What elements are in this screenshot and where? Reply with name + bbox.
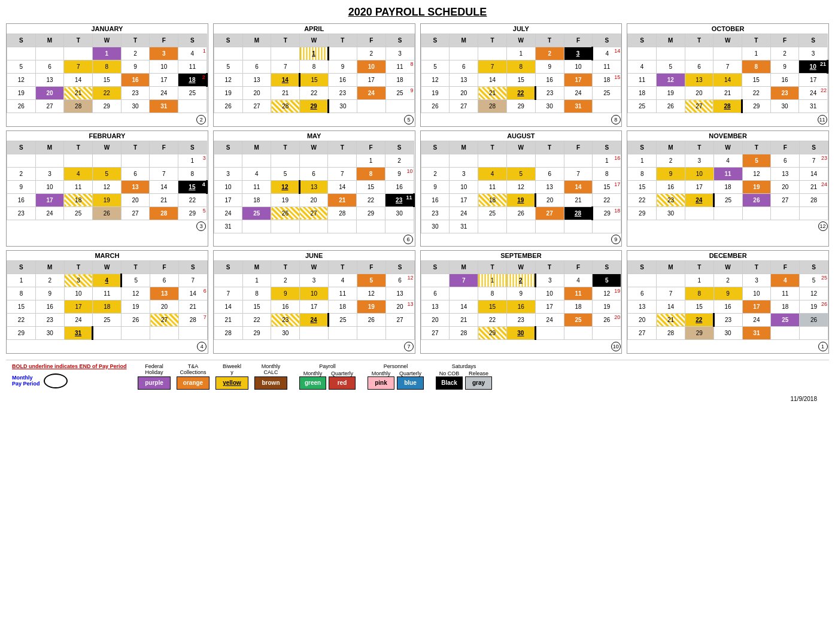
feb-4: 4 [64,167,93,180]
aug-4: 4 [478,167,507,180]
payroll-quarterly-box: red [329,376,356,390]
jul-21: 21 [478,87,507,100]
aug-27: 27 [535,206,564,220]
oct-12: 12 [656,74,685,87]
jan-20: 20 [35,87,64,100]
mar-3: 3 [64,274,93,287]
month-august: AUGUST SMTWTFS 1 16 2345678 910111213141… [420,130,623,247]
aug-5: 5 [506,167,535,180]
feb-5: 5 [93,167,122,180]
payroll-label: Payroll [319,363,336,369]
mar-13: 13 [150,287,179,300]
biweekly-box: yellow [215,376,248,390]
monthly-pp-label: Monthly [12,375,33,381]
apr-1: 1 [300,47,329,60]
apr-24: 24 [357,87,385,100]
jun-10: 10 [300,287,329,300]
jul-3: 3 [564,47,593,60]
dec-8: 8 [685,287,713,300]
calendars-grid: JANUARY SMTWTFS 1234 1 567891011 1213141… [6,23,829,354]
month-july: JULY SMTWTFS 1234 14 567891011 121314151… [420,23,623,127]
bold-underline-label: BOLD underline indicates END of Pay Peri… [12,363,132,369]
may-23: 23 11 [385,193,414,206]
feb-15: 15 4 [178,180,207,193]
dec-22: 22 [685,314,713,327]
release-box: gray [465,376,492,390]
sep-16: 16 [506,300,535,314]
month-august-title: AUGUST [421,131,622,141]
month-april: APRIL SMTWTFS 123 567891011 8 1213141516… [213,23,415,127]
nov-11: 11 [713,167,742,180]
jan-21: 21 [64,87,93,100]
ta-label: T&ACollections [180,363,206,375]
date-stamp: 11/9/2018 [6,396,829,402]
aug-18: 18 [478,193,507,206]
nov-10: 10 [685,167,713,180]
month-september-title: SEPTEMBER [421,251,622,260]
sep-30: 30 [506,327,535,340]
nov-23: 23 [657,193,685,206]
jun-5: 5 [357,274,385,287]
dec-31: 31 [742,327,771,340]
oct-8: 8 [742,60,770,74]
feb-18: 18 [64,193,93,206]
jun-19: 19 [357,300,385,314]
mar-31: 31 [64,327,93,340]
feb-28: 28 [150,206,178,220]
mar-27: 27 [150,314,179,327]
jul-7: 7 [478,60,507,74]
personnel-label: Personnel [384,363,408,369]
federal-holiday-label: FederalHoliday [145,363,163,375]
month-december: DECEMBER SMTWTFS 12345 25 6789101112 131… [627,250,829,354]
jul-22: 22 [506,87,535,100]
month-november: NOVEMBER SMTWTFS 1234567 23 891011121314… [627,130,829,247]
jul-17: 17 [564,74,593,87]
saturdays-label: Saturdays [452,363,476,369]
dec-25: 25 [771,314,800,327]
feb-13: 13 [121,180,150,193]
apr-29: 29 [300,100,329,113]
nov-26: 26 [742,193,771,206]
ta-box: orange [177,376,209,390]
jan-3: 3 [150,47,178,60]
dec-26: 26 [800,314,828,327]
oct-28: 28 [713,100,742,113]
apr-10: 10 [357,60,385,74]
jun-23: 23 [271,314,300,327]
month-november-title: NOVEMBER [627,131,828,141]
monthly-calc-label: MonthlyCALC [262,363,281,375]
month-march-title: MARCH [7,251,208,260]
may-27: 27 [299,206,328,220]
month-january-title: JANUARY [7,24,208,34]
month-october: OCTOBER SMTWTFS 123 45678910 21 11121314… [627,23,829,127]
monthly-pp-label2: Pay Period [12,381,40,387]
jan-28: 28 [64,100,93,113]
month-june: JUNE SMTWTFS 123456 12 78910111213 14151… [213,250,415,354]
sep-11: 11 [564,287,593,300]
oct-27: 27 [685,100,713,113]
may-8: 8 [357,167,385,180]
may-21: 21 [328,193,357,206]
feb-26: 26 [93,206,122,220]
month-may-title: MAY [214,131,415,141]
jan-22: 22 [93,87,122,100]
may-13: 13 [299,180,328,193]
month-january: JANUARY SMTWTFS 1234 1 567891011 1213141… [6,23,208,127]
month-march: MARCH SMTWTFS 1234567 891011121314 6 151… [6,250,208,354]
month-february-title: FEBRUARY [7,131,208,141]
personnel-monthly-box: pink [368,376,394,390]
sep-5: 5 [593,274,621,287]
month-september: SEPTEMBER SMTWTFS 712345 689101112 19 13… [420,250,623,354]
feb-19: 19 [93,193,122,206]
sep-7: 7 [450,274,478,287]
personnel-quarterly-box: blue [397,376,424,390]
jul-8: 8 [506,60,535,74]
jan-31: 31 [150,100,178,113]
dec-21: 21 [657,314,685,327]
jul-28: 28 [478,100,507,113]
nov-5: 5 [742,154,771,167]
oct-13: 13 [685,74,713,87]
month-may: MAY SMTWTFS 12 3456789 10 10111213141516… [213,130,415,247]
nov-9: 9 [657,167,685,180]
biweekly-label: Biweekly [223,363,241,375]
